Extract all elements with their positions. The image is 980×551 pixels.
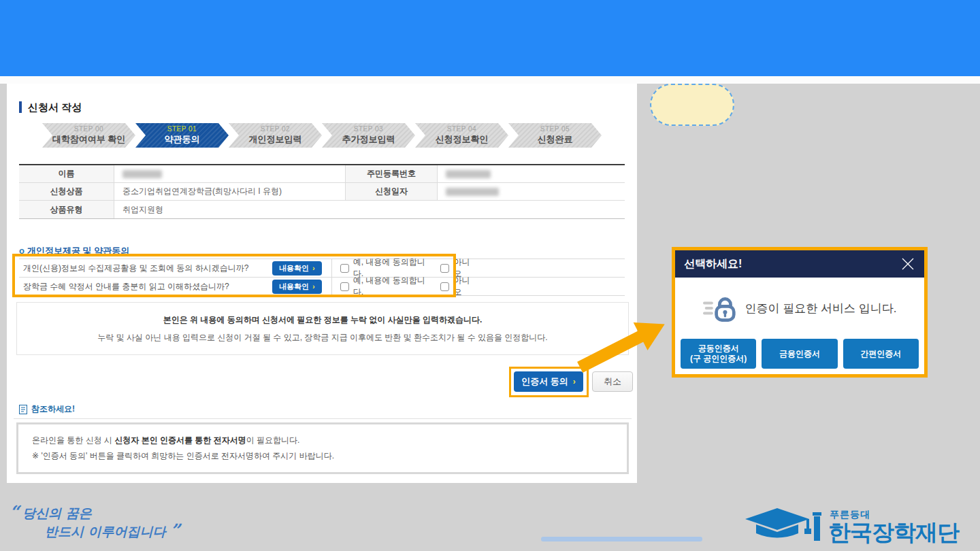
graduation-cap-icon <box>745 501 821 544</box>
popup-actions: 공동인증서 (구 공인인증서) 금융인증서 간편인증서 <box>675 339 924 374</box>
logo-subtitle: 푸른등대 <box>830 510 959 519</box>
consent-row-privacy: 개인(신용)정보의 수집제공활용 및 조회에 동의 하시겠습니까? 내용확인 ›… <box>19 259 625 278</box>
product-label: 신청상품 <box>19 183 114 201</box>
consent-question: 장학금 수혜 약정서 안내를 충분히 읽고 이해하셨습니까? <box>19 281 272 293</box>
page-title: 신청서 작성 <box>19 101 82 113</box>
redacted-callout-pill <box>650 84 734 126</box>
certificate-agree-button[interactable]: 인증서 동의 › <box>514 371 583 392</box>
step-02: STEP 02 개인정보입력 <box>229 123 322 148</box>
popup-title: 선택하세요! <box>684 257 742 271</box>
redacted-name <box>122 170 162 178</box>
view-terms-button[interactable]: 내용확인 › <box>272 280 322 294</box>
declaration-box: 본인은 위 내용에 동의하며 신청서에 필요한 정보를 누락 없이 사실만을 입… <box>16 302 629 355</box>
agree-label: 예, 내용에 동의합니다. <box>353 275 427 298</box>
step-03: STEP 03 추가정보입력 <box>322 123 415 148</box>
applicant-info-table: 이름 주민등록번호 신청상품 중소기업취업연계장학금(희망사다리 I 유형) 신… <box>19 164 625 219</box>
agree-checkbox[interactable] <box>340 282 349 291</box>
banner-divider <box>0 76 980 84</box>
certificate-select-popup: 선택하세요! 인증이 필요한 서비스 입니다. 공동인증서 (구 공인인증서) … <box>672 247 928 378</box>
logo-title: 한국장학재단 <box>828 521 959 544</box>
date-label: 신청일자 <box>346 183 438 201</box>
name-value <box>114 165 346 183</box>
declaration-line1: 본인은 위 내용에 동의하며 신청서에 필요한 정보를 누락 없이 사실만을 입… <box>17 314 628 326</box>
open-quote-icon: “ <box>10 502 18 522</box>
bottom-accent-bar <box>541 537 702 541</box>
date-value <box>438 183 625 201</box>
disagree-checkbox[interactable] <box>440 264 449 273</box>
popup-message: 인증이 필요한 서비스 입니다. <box>745 301 897 316</box>
simple-certificate-button[interactable]: 간편인증서 <box>843 339 919 369</box>
popup-header: 선택하세요! <box>675 250 924 278</box>
consent-rows: 개인(신용)정보의 수집제공활용 및 조회에 동의 하시겠습니까? 내용확인 ›… <box>19 258 625 296</box>
product-value: 중소기업취업연계장학금(희망사다리 I 유형) <box>114 183 346 201</box>
type-value: 취업지원형 <box>114 201 625 218</box>
joint-certificate-button[interactable]: 공동인증서 (구 공인인증서) <box>681 339 756 369</box>
bullet-icon: o <box>19 246 24 256</box>
type-label: 상품유형 <box>19 201 114 218</box>
top-banner <box>0 0 980 76</box>
document-icon <box>19 405 27 414</box>
step-indicator: STEP 00 대학참여여부 확인 STEP 01 약관동의 STEP 02 개… <box>42 123 602 148</box>
kosaf-logo: 푸른등대 한국장학재단 <box>745 501 959 544</box>
logo-text: 푸른등대 한국장학재단 <box>828 510 959 544</box>
reference-divider <box>14 418 632 419</box>
redacted-rrn <box>446 170 491 178</box>
close-icon[interactable] <box>900 256 915 271</box>
reference-title: 참조하세요! <box>19 403 75 415</box>
lock-icon <box>703 290 737 326</box>
view-terms-button[interactable]: 내용확인 › <box>272 261 322 276</box>
reference-line1: 온라인을 통한 신청 시 신청자 본인 인증서를 통한 전자서명이 필요합니다. <box>32 435 613 446</box>
slogan: “ 당신의 꿈은 반드시 이루어집니다 ” <box>10 503 179 540</box>
step-01-active: STEP 01 약관동의 <box>135 123 229 148</box>
popup-body: 인증이 필요한 서비스 입니다. <box>675 278 924 339</box>
consent-row-pledge: 장학금 수혜 약정서 안내를 충분히 읽고 이해하셨습니까? 내용확인 › 예,… <box>19 278 625 296</box>
chevron-right-icon: › <box>312 283 315 290</box>
application-form-panel: 신청서 작성 STEP 00 대학참여여부 확인 STEP 01 약관동의 ST… <box>7 84 637 483</box>
consent-section-title: o개인정보제공 및 약관동의 <box>19 245 129 257</box>
disagree-checkbox[interactable] <box>440 282 449 291</box>
step-04: STEP 04 신청정보확인 <box>415 123 508 148</box>
step-05: STEP 05 신청완료 <box>508 123 602 148</box>
declaration-line2: 누락 및 사실 아닌 내용 입력으로 신청이 거절 될 수 있고, 장학금 지급… <box>17 332 628 344</box>
reference-note-box: 온라인을 통한 신청 시 신청자 본인 인증서를 통한 전자서명이 필요합니다.… <box>16 422 629 474</box>
chevron-right-icon: › <box>573 377 576 386</box>
consent-options: 예, 내용에 동의합니다. 아니오 <box>331 278 476 295</box>
disagree-label: 아니오 <box>453 275 475 298</box>
chevron-right-icon: › <box>312 265 315 272</box>
consent-question: 개인(신용)정보의 수집제공활용 및 조회에 동의 하시겠습니까? <box>19 263 272 274</box>
reference-line2: ※ '인증서 동의' 버튼을 클릭하여 희망하는 인증서로 전자서명하여 주시기… <box>32 450 613 462</box>
rrn-label: 주민등록번호 <box>346 165 438 183</box>
step-00: STEP 00 대학참여여부 확인 <box>42 123 135 148</box>
financial-certificate-button[interactable]: 금융인증서 <box>762 339 837 369</box>
agree-checkbox[interactable] <box>340 264 349 273</box>
close-quote-icon: ” <box>170 520 178 540</box>
redacted-date <box>446 188 499 196</box>
rrn-value <box>438 165 625 183</box>
name-label: 이름 <box>19 165 114 183</box>
